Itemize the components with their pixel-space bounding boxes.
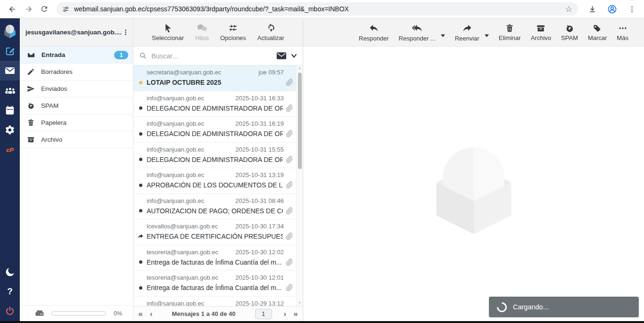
folder-item-inbox[interactable]: Entrada 1: [20, 47, 133, 64]
options-button[interactable]: Opciones: [220, 23, 246, 41]
list-scrollbar[interactable]: ▲ ▼: [296, 65, 303, 306]
forward-dropdown-caret-icon[interactable]: [485, 34, 489, 37]
reply-all-icon: [412, 23, 423, 33]
logout-button[interactable]: [0, 301, 20, 321]
message-subject: LOTAIP OCTUBRE 2025: [147, 79, 283, 86]
forward-label: Reenviar: [455, 35, 479, 42]
browser-reload-button[interactable]: [37, 1, 52, 16]
unread-status-icon[interactable]: [137, 184, 144, 187]
select-button[interactable]: Seleccionar: [152, 23, 184, 41]
profile-button[interactable]: [604, 1, 619, 16]
message-row[interactable]: tesoreria@sanjuan.gob.ec2025-10-30 12:01…: [133, 271, 296, 297]
forwarded-status-icon[interactable]: [137, 233, 144, 240]
forward-button[interactable]: Reenviar: [455, 23, 479, 42]
scrollbar-down-arrow-icon[interactable]: ▼: [298, 300, 302, 306]
search-scope-mail-icon[interactable]: [276, 52, 287, 60]
message-date: 2025-10-31 08:46: [235, 197, 284, 204]
refresh-button[interactable]: Actualizar: [257, 23, 284, 41]
scrollbar-up-arrow-icon[interactable]: ▲: [298, 65, 302, 71]
unread-status-icon[interactable]: [137, 158, 144, 161]
downloads-button[interactable]: [585, 1, 600, 16]
dark-mode-button[interactable]: [0, 262, 20, 282]
flagged-status-icon[interactable]: [137, 81, 144, 84]
attachment-paperclip-icon: [286, 207, 293, 215]
folder-item-archive[interactable]: Archivo: [20, 131, 133, 148]
message-date: jue 09:57: [259, 69, 284, 76]
message-sender: info@sanjuan.gob.ec: [147, 95, 204, 102]
roundcube-logo-icon: [2, 24, 17, 39]
roundcube-app: cP ? jesusgavilanes@sanjuan.gob....: [0, 18, 644, 321]
folder-item-spam[interactable]: SPAM: [20, 97, 133, 114]
reply-button[interactable]: Responder: [359, 23, 389, 42]
contacts-nav-button[interactable]: [0, 81, 20, 100]
threads-icon: [196, 23, 207, 33]
folder-item-trash[interactable]: Papelera: [20, 114, 133, 131]
cpanel-button[interactable]: cP: [0, 140, 20, 160]
message-row[interactable]: tesoreria@sanjuan.gob.ec2025-10-30 12:02…: [133, 245, 296, 271]
browser-menu-button[interactable]: [624, 1, 639, 16]
address-bar[interactable]: webmail.sanjuan.gob.ec/cpsess7753063093/…: [57, 2, 578, 16]
threads-button[interactable]: Hilos: [195, 23, 209, 41]
message-row[interactable]: info@sanjuan.gob.ec2025-10-31 16:33 DELE…: [133, 91, 296, 117]
scrollbar-thumb[interactable]: [298, 73, 302, 169]
pencil-icon: [27, 68, 35, 76]
message-row[interactable]: lcevallos@sanjuan.gob.ec2025-10-30 17:34…: [133, 219, 296, 245]
archive-button[interactable]: Archivo: [531, 24, 551, 41]
message-row[interactable]: info@sanjuan.gob.ec2025-10-31 15:55 DELE…: [133, 143, 296, 169]
unread-status-icon[interactable]: [137, 209, 144, 212]
settings-nav-button[interactable]: [0, 120, 20, 140]
message-row[interactable]: info@sanjuan.gob.ec2025-10-31 08:46 AUTO…: [133, 194, 296, 220]
reply-all-dropdown-caret-icon[interactable]: [441, 34, 445, 37]
calendar-nav-button[interactable]: [0, 100, 20, 120]
tag-icon: [593, 24, 602, 33]
attachment-paperclip-icon: [286, 156, 293, 163]
message-sender: info@sanjuan.gob.ec: [147, 120, 204, 127]
unread-status-icon[interactable]: [137, 106, 144, 110]
last-page-button[interactable]: »: [293, 310, 297, 318]
unread-status-icon[interactable]: [137, 260, 144, 264]
first-page-button[interactable]: «: [138, 310, 142, 318]
message-date: 2025-10-31 13:19: [235, 171, 284, 178]
mark-button[interactable]: Marcar: [588, 24, 607, 41]
browser-forward-button[interactable]: [21, 1, 36, 16]
prev-page-button[interactable]: ‹: [150, 310, 153, 318]
folder-label: SPAM: [41, 102, 58, 109]
compose-button[interactable]: [0, 41, 20, 61]
search-options-chevron-icon[interactable]: [291, 54, 297, 58]
message-sender: lcevallos@sanjuan.gob.ec: [147, 223, 218, 230]
message-date: 2025-10-31 16:19: [235, 120, 284, 127]
message-row[interactable]: info@sanjuan.gob.ec2025-10-29 13:12: [133, 297, 296, 307]
next-page-button[interactable]: ›: [284, 310, 287, 318]
page-number-input[interactable]: [255, 309, 272, 319]
browser-back-button[interactable]: [5, 1, 20, 16]
message-sender: info@sanjuan.gob.ec: [147, 197, 204, 204]
refresh-icon: [266, 23, 276, 33]
reply-all-button[interactable]: Responder ...: [399, 23, 436, 42]
more-label: Más: [617, 34, 628, 41]
message-sender: info@sanjuan.gob.ec: [147, 300, 204, 307]
message-row[interactable]: info@sanjuan.gob.ec2025-10-31 16:19 DELE…: [133, 117, 296, 143]
account-menu-icon[interactable]: [122, 29, 129, 36]
message-row[interactable]: secretaria@sanjuan.gob.ecjue 09:57 LOTAI…: [133, 65, 296, 91]
delete-button[interactable]: Eliminar: [499, 24, 521, 41]
message-sender: info@sanjuan.gob.ec: [147, 171, 204, 178]
quota-bar: 0%: [20, 305, 133, 321]
loading-toast-text: Cargando...: [513, 303, 549, 311]
folder-item-drafts[interactable]: Borradores: [20, 64, 133, 81]
help-button[interactable]: ?: [0, 282, 20, 301]
spam-button[interactable]: SPAM: [561, 24, 578, 41]
folder-item-sent[interactable]: Enviados: [20, 81, 133, 97]
search-input[interactable]: [151, 52, 272, 60]
account-header: jesusgavilanes@sanjuan.gob....: [20, 18, 133, 47]
mail-nav-button[interactable]: [0, 61, 20, 81]
roundcube-logo: [0, 21, 20, 41]
fireball-icon: [565, 24, 574, 33]
unread-status-icon[interactable]: [137, 286, 144, 290]
message-row[interactable]: info@sanjuan.gob.ec2025-10-31 13:19 APRO…: [133, 168, 296, 194]
unread-status-icon[interactable]: [137, 132, 144, 136]
more-button[interactable]: Más: [617, 24, 628, 41]
app-rail: cP ?: [0, 18, 20, 321]
message-sender: tesoreria@sanjuan.gob.ec: [147, 274, 218, 281]
bookmark-star-icon[interactable]: ☆: [565, 5, 572, 13]
paper-plane-icon: [27, 85, 35, 93]
